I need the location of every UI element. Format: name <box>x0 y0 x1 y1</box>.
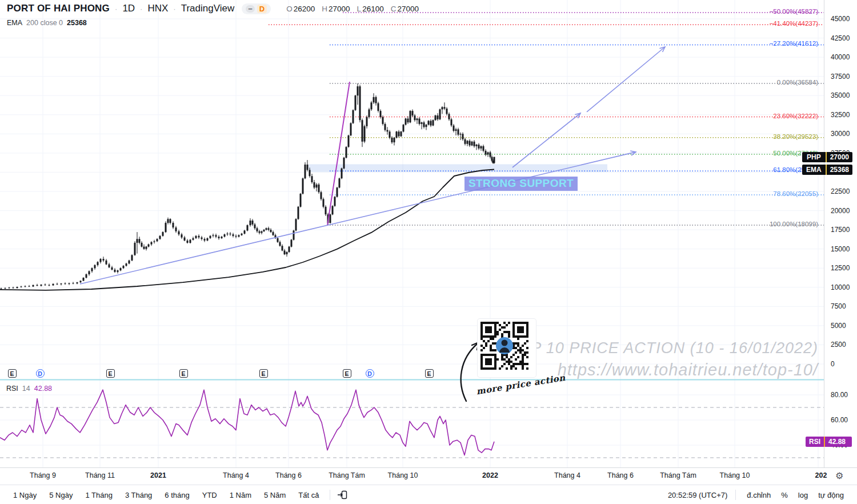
ema-legend[interactable]: EMA 200 close 0 25368 <box>7 19 87 27</box>
interval-badge: D <box>257 5 267 13</box>
time-tick-label: Tháng 11 <box>85 471 115 479</box>
gear-icon[interactable]: ⚙ <box>835 470 843 481</box>
earnings-marker[interactable]: E <box>259 369 268 378</box>
ohlc-item: L26100 <box>357 5 384 13</box>
fib-level-label: 100.00%(18099) <box>770 221 818 227</box>
ema-name: EMA <box>7 19 22 27</box>
range-button[interactable]: 1 Ngày <box>8 489 42 501</box>
toolbar-divider <box>735 490 736 500</box>
goto-date-icon[interactable] <box>336 490 349 500</box>
price-tick-label: 5000 <box>831 322 846 330</box>
time-tick-label: 2021 <box>150 471 166 479</box>
time-axis[interactable]: Tháng 9Tháng 112021Tháng 4Tháng 6Tháng T… <box>0 467 857 485</box>
price-tick-label: 35000 <box>831 91 850 99</box>
last-price-badge: PHP 27000 <box>802 152 852 162</box>
time-tick-label: 202 <box>815 471 827 479</box>
price-tick-label: 17500 <box>831 226 850 234</box>
price-tick-label: 15000 <box>831 245 850 253</box>
time-tick-label: Tháng 6 <box>275 471 302 479</box>
range-button[interactable]: Tất cả <box>293 489 324 501</box>
earnings-marker[interactable]: E <box>425 369 434 378</box>
earnings-marker[interactable]: E <box>8 369 17 378</box>
ema-price-badge: EMA 25368 <box>802 165 852 175</box>
badge-price: 42.88 <box>824 437 849 447</box>
rsi-value-badge: RSI 42.88 <box>806 437 852 447</box>
time-tick-label: Tháng 4 <box>223 471 249 479</box>
log-toggle[interactable]: log <box>793 489 813 501</box>
rsi-value: 42.88 <box>34 385 52 393</box>
badge-symbol: RSI <box>806 437 824 447</box>
price-tick-label: 2500 <box>831 341 846 349</box>
platform-label[interactable]: TradingView <box>181 3 235 14</box>
fib-level-label: −50.00%(45827) <box>770 8 818 15</box>
fib-level-label: 0.00%(36584) <box>777 79 818 86</box>
fib-level-label: 23.60%(32222) <box>773 113 818 119</box>
rsi-period: 14 <box>22 385 30 393</box>
separator-dot: · <box>115 5 117 13</box>
ohlc-item: H27000 <box>322 5 350 13</box>
price-tick-label: 22500 <box>831 187 850 195</box>
time-tick-label: Tháng 4 <box>554 471 580 479</box>
range-button[interactable]: 5 Ngày <box>44 489 78 501</box>
time-tick-label: Tháng Tám <box>660 471 696 479</box>
range-button[interactable]: 1 Tháng <box>80 489 117 501</box>
ohlc-values: O26200H27000L26100C27000 <box>286 5 419 13</box>
exchange-label[interactable]: HNX <box>147 3 168 14</box>
ema-params: 200 close 0 <box>26 19 63 27</box>
dividend-marker[interactable]: D <box>36 369 45 378</box>
price-tick-label: 32500 <box>831 111 850 119</box>
rsi-name: RSI <box>6 385 18 393</box>
qr-code <box>478 319 536 377</box>
symbol-legend[interactable]: PORT OF HAI PHONG · 1D · HNX · TradingVi… <box>7 3 419 14</box>
range-button[interactable]: 6 tháng <box>159 489 194 501</box>
time-tick-label: 2022 <box>482 471 498 479</box>
badge-symbol: PHP <box>802 152 826 162</box>
adjust-toggle[interactable]: đ.chỉnh <box>742 489 776 501</box>
interval-label[interactable]: 1D <box>122 3 135 14</box>
bottom-toolbar: 1 Ngày5 Ngày1 Tháng3 Tháng6 thángYTD1 Nă… <box>0 485 857 504</box>
badge-price: 25368 <box>826 165 852 175</box>
price-tick-label: 45000 <box>831 15 850 23</box>
fib-level-label: −27.20%(41612) <box>770 40 818 47</box>
time-tick-label: Tháng 6 <box>607 471 634 479</box>
strong-support-label[interactable]: STRONG SUPPORT <box>464 177 578 191</box>
fib-level-label: −41.40%(44237) <box>770 20 818 27</box>
range-button[interactable]: 5 Năm <box>259 489 291 501</box>
earnings-marker[interactable]: E <box>179 369 188 378</box>
chart-canvas[interactable] <box>0 0 857 504</box>
earnings-marker[interactable]: E <box>343 369 351 378</box>
price-axis[interactable]: 0250050007500100001250015000175002000022… <box>824 0 857 467</box>
separator-dot: · <box>140 5 142 13</box>
rsi-tick-label: 80.00 <box>831 391 848 399</box>
price-tick-label: 10000 <box>831 283 850 291</box>
earnings-marker[interactable]: E <box>106 369 115 378</box>
percent-toggle[interactable]: % <box>776 489 793 501</box>
price-tick-label: 30000 <box>831 130 850 138</box>
price-tick-label: 40000 <box>831 53 850 61</box>
fib-level-label: 38.20%(29523) <box>773 133 818 140</box>
market-closed-icon: − <box>246 5 255 13</box>
price-tick-label: 7500 <box>831 302 846 310</box>
range-button[interactable]: 3 Tháng <box>120 489 157 501</box>
ohlc-item: O26200 <box>286 5 315 13</box>
rsi-legend[interactable]: RSI 14 42.88 <box>6 385 52 393</box>
toolbar-divider <box>330 490 330 500</box>
symbol-name[interactable]: PORT OF HAI PHONG <box>7 3 110 14</box>
market-status-pill[interactable]: − D <box>242 3 271 14</box>
clock-display[interactable]: 20:52:59 (UTC+7) <box>666 491 730 499</box>
price-tick-label: 20000 <box>831 207 850 215</box>
price-tick-label: 37500 <box>831 73 850 81</box>
time-tick-label: Tháng 10 <box>388 471 418 479</box>
tradingview-chart-window: PORT OF HAI PHONG · 1D · HNX · TradingVi… <box>0 0 857 504</box>
rsi-tick-label: 60.00 <box>831 416 848 424</box>
ema-value: 25368 <box>67 19 87 27</box>
time-tick-label: Tháng Tám <box>329 471 365 479</box>
range-button[interactable]: YTD <box>197 489 222 501</box>
separator-dot: · <box>173 5 175 13</box>
ohlc-item: C27000 <box>391 5 419 13</box>
auto-toggle[interactable]: tự động <box>813 489 849 501</box>
price-tick-label: 0 <box>831 360 835 368</box>
watermark-url: https://www.tohaitrieu.net/top-10/ <box>558 361 818 379</box>
dividend-marker[interactable]: D <box>366 369 374 378</box>
range-button[interactable]: 1 Năm <box>225 489 257 501</box>
